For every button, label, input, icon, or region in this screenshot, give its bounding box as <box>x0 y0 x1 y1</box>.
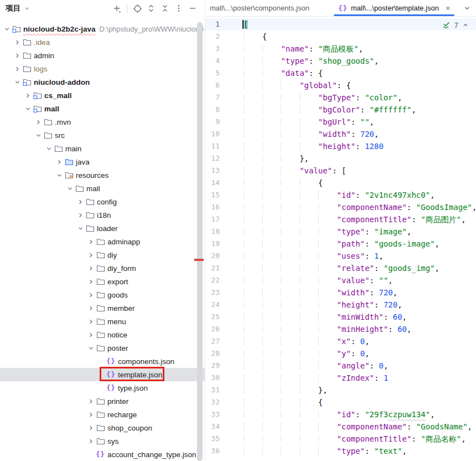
editor-lines: 1[2 {3 "name": "商品模板",4 "type": "shop_go… <box>205 17 476 457</box>
tree-item-poster[interactable]: poster <box>0 341 205 355</box>
chevron-right-icon[interactable] <box>86 397 96 406</box>
tree-item-menu[interactable]: menu <box>0 315 205 328</box>
chevron-down-icon[interactable] <box>76 224 85 233</box>
tree-item-template-json[interactable]: {}template.json <box>0 368 205 381</box>
chevron-right-icon[interactable] <box>76 211 85 220</box>
chevron-right-icon[interactable] <box>86 290 96 300</box>
more-options-icon[interactable] <box>174 3 184 13</box>
chevron-right-icon[interactable] <box>86 277 96 286</box>
expand-all-icon[interactable] <box>146 3 156 13</box>
tree-item-diy[interactable]: diy <box>0 248 205 262</box>
code-text: "value": [ <box>244 165 346 177</box>
tree-item-type-json[interactable]: {}type.json <box>0 381 205 395</box>
collapse-all-icon[interactable] <box>160 3 170 13</box>
line-number: 31 <box>205 384 244 396</box>
chevron-right-icon[interactable] <box>55 157 64 167</box>
code-text: "minHeight": 60, <box>244 323 411 335</box>
tree-item-goods[interactable]: goods <box>0 288 205 301</box>
chevron-down-icon[interactable] <box>86 344 96 353</box>
tree-item-account-change-type-json[interactable]: {}account_change_type.json <box>0 448 205 461</box>
close-tab-icon[interactable]: × <box>444 3 451 13</box>
tree-item-niucloud-addon[interactable]: niucloud-addon <box>0 75 205 89</box>
tree-item-sys[interactable]: sys <box>0 434 205 448</box>
locate-file-icon[interactable] <box>132 3 142 13</box>
tree-item-mall[interactable]: mall <box>0 102 205 115</box>
tree-item-label: menu <box>107 317 126 326</box>
tree-item-shop-coupon[interactable]: shop_coupon <box>0 421 205 434</box>
tree-item-notice[interactable]: notice <box>0 328 205 341</box>
tree-item-i18n[interactable]: i18n <box>0 208 205 222</box>
tree-item-loader[interactable]: loader <box>0 222 205 235</box>
chevron-right-icon[interactable] <box>86 437 96 446</box>
tree-item-resources[interactable]: resources <box>0 168 205 182</box>
module-icon <box>33 91 42 100</box>
tree-item-java[interactable]: java <box>0 155 205 168</box>
tree-item-label: admin <box>34 52 54 60</box>
chevron-down-icon[interactable] <box>23 104 33 114</box>
chevron-right-icon[interactable] <box>23 91 33 100</box>
tree-item-cs-mall[interactable]: cs_mall <box>0 89 205 102</box>
line-number: 36 <box>205 445 244 457</box>
chevron-down-icon[interactable] <box>65 184 75 193</box>
tree-item-logs[interactable]: logs <box>0 62 205 75</box>
json-file-icon: {} <box>106 383 116 393</box>
code-line-3: 3 "name": "商品模板", <box>205 43 476 55</box>
code-line-22: 22 "value": "", <box>205 274 476 286</box>
code-text: "componentTitle": "商品图片", <box>244 213 466 226</box>
tree-item--mvn[interactable]: .mvn <box>0 115 205 129</box>
code-text: "componentTitle": "商品名称", <box>244 433 466 445</box>
project-panel-header: 项目 <box>0 0 205 17</box>
code-line-13: 13 "value": [ <box>205 165 476 177</box>
tree-item-niucloud-b2b2c-java[interactable]: niucloud-b2b2c-javaD:\phpstudy_pro\WWW\n… <box>0 22 205 35</box>
tree-item-mall[interactable]: mall <box>0 182 205 195</box>
code-line-27: 27 "x": 0, <box>205 335 476 347</box>
tree-item-recharge[interactable]: recharge <box>0 408 205 421</box>
chevron-right-icon[interactable] <box>34 117 43 127</box>
tree-item-label: mall <box>86 185 100 193</box>
hidden-tabs-chevron-down-icon[interactable] <box>463 4 472 15</box>
line-number: 8 <box>205 104 244 116</box>
hide-panel-icon[interactable] <box>188 3 198 13</box>
tree-scrollbar[interactable] <box>197 22 203 461</box>
chevron-right-icon[interactable] <box>86 250 96 260</box>
chevron-right-icon[interactable] <box>86 237 96 247</box>
tree-item-member[interactable]: member <box>0 301 205 315</box>
tree-item-adminapp[interactable]: adminapp <box>0 235 205 248</box>
chevron-right-icon[interactable] <box>86 330 96 340</box>
tree-item-main[interactable]: main <box>0 142 205 155</box>
tree-item-components-json[interactable]: {}components.json <box>0 355 205 368</box>
chevron-right-icon[interactable] <box>86 423 96 433</box>
chevron-down-icon[interactable] <box>55 171 64 180</box>
chevron-right-icon[interactable] <box>86 410 96 419</box>
code-line-28: 28 "y": 0, <box>205 347 476 360</box>
project-title-chevron-down-icon[interactable] <box>23 4 31 12</box>
chevron-down-icon[interactable] <box>44 144 54 153</box>
code-editor[interactable]: 1[2 {3 "name": "商品模板",4 "type": "shop_go… <box>205 17 476 461</box>
tree-item-diy-form[interactable]: diy_form <box>0 262 205 275</box>
chevron-down-icon[interactable] <box>13 78 22 87</box>
folder-icon <box>85 211 95 220</box>
tab-template-json[interactable]: {} mall\...\poster\template.json × <box>333 0 456 16</box>
tree-item--idea[interactable]: .idea <box>0 35 205 49</box>
code-line-8: 8 "bgColor": "#ffffff", <box>205 104 476 116</box>
tab-components-json[interactable]: mall\...\poster\components.json <box>205 0 333 16</box>
chevron-right-icon[interactable] <box>86 304 96 313</box>
chevron-right-icon[interactable] <box>86 317 96 326</box>
inspections-widget[interactable]: 7 <box>442 21 469 29</box>
tree-item-config[interactable]: config <box>0 195 205 208</box>
tree-item-src[interactable]: src <box>0 129 205 142</box>
chevron-right-icon[interactable] <box>86 264 96 273</box>
tree-item-export[interactable]: export <box>0 275 205 288</box>
chevron-down-icon[interactable] <box>34 131 43 140</box>
add-icon[interactable] <box>112 3 122 13</box>
chevron-right-icon[interactable] <box>76 197 85 207</box>
chevron-right-icon[interactable] <box>13 64 22 74</box>
chevron-right-icon[interactable] <box>13 51 22 60</box>
panel-divider[interactable] <box>205 0 205 461</box>
tree-item-printer[interactable]: printer <box>0 395 205 408</box>
chevron-right-icon[interactable] <box>13 38 22 47</box>
code-text: "global": { <box>244 79 351 91</box>
code-text: "minWidth": 60, <box>244 311 407 323</box>
chevron-down-icon[interactable] <box>2 24 12 34</box>
tree-item-admin[interactable]: admin <box>0 49 205 62</box>
